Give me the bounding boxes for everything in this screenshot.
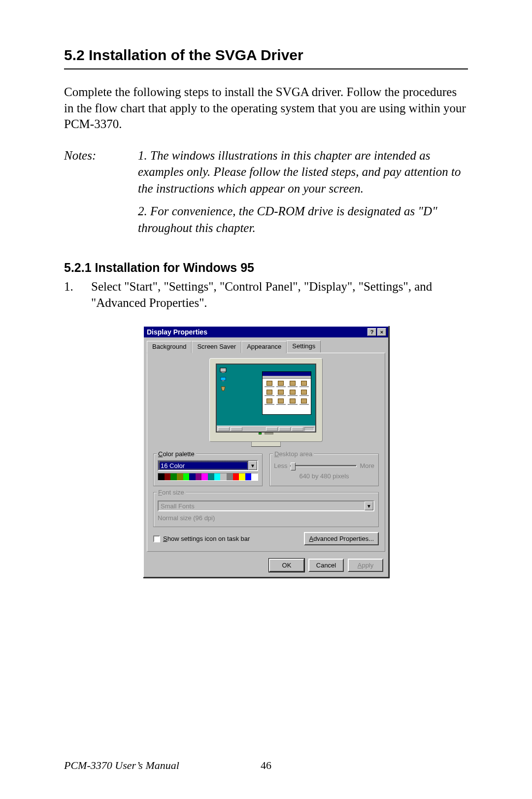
preview-folder-icon xyxy=(276,381,286,388)
desktop-area-more-label: More xyxy=(360,462,374,469)
color-palette-group: Color palette 16 Color ▼ xyxy=(153,454,263,486)
font-size-value: Small Fonts xyxy=(159,501,365,510)
font-size-normal-label: Normal size (96 dpi) xyxy=(158,514,374,522)
tab-background[interactable]: Background xyxy=(147,341,192,353)
palette-swatch xyxy=(189,473,196,480)
close-button[interactable]: × xyxy=(377,328,386,336)
palette-swatch xyxy=(214,473,221,480)
footer-page-number: 46 xyxy=(261,759,271,772)
preview-folder-icon xyxy=(265,390,274,397)
notes-item-2: 2. For convenience, the CD-ROM drive is … xyxy=(138,203,468,236)
font-size-combo: Small Fonts ▼ xyxy=(158,500,374,511)
color-palette-value: 16 Color xyxy=(159,461,248,470)
slider-thumb[interactable] xyxy=(291,463,296,470)
checkbox-box-icon[interactable] xyxy=(153,535,160,542)
step-1-number: 1. xyxy=(64,279,91,311)
help-button[interactable]: ? xyxy=(367,328,376,336)
dialog-title: Display Properties xyxy=(147,328,367,336)
preview-folder-icon xyxy=(299,399,309,405)
font-size-group: Font size Small Fonts ▼ Normal size (96 … xyxy=(153,492,379,527)
font-size-legend: Font size xyxy=(157,489,186,496)
subsection-title: 5.2.1 Installation for Windows 95 xyxy=(64,261,468,275)
svg-rect-3 xyxy=(222,380,224,381)
preview-folder-icon xyxy=(288,381,298,388)
desktop-area-less-label: Less xyxy=(274,462,287,469)
preview-folder-icon xyxy=(276,399,286,405)
show-settings-checkbox[interactable]: Show settings icon on task bar xyxy=(153,535,250,542)
palette-swatch xyxy=(227,473,233,480)
notes-item-1: 1. The windows illustrations in this cha… xyxy=(138,147,468,197)
monitor-led-icon xyxy=(259,433,262,434)
dialog-titlebar[interactable]: Display Properties ? × xyxy=(144,327,388,337)
palette-swatch xyxy=(245,473,252,480)
palette-swatch xyxy=(170,473,177,480)
preview-folder-icon xyxy=(299,381,309,388)
show-settings-label: Show settings icon on task bar xyxy=(163,535,250,542)
svg-rect-1 xyxy=(222,372,225,373)
desktop-area-group: Desktop area Less More 640 by 480 pixels xyxy=(269,454,379,486)
cancel-button[interactable]: Cancel xyxy=(308,559,344,572)
palette-swatch xyxy=(201,473,208,480)
preview-window xyxy=(262,371,311,415)
desktop-recyclebin-icon xyxy=(220,385,227,391)
footer-manual-name: PCM-3370 User’s Manual xyxy=(64,759,179,772)
preview-start-button-icon xyxy=(218,427,230,431)
display-properties-dialog: Display Properties ? × Background Screen… xyxy=(143,326,389,578)
palette-swatch xyxy=(251,473,258,480)
preview-folder-icon xyxy=(265,381,274,388)
palette-swatch xyxy=(239,473,245,480)
preview-folder-icon xyxy=(299,390,309,397)
palette-swatch xyxy=(183,473,190,480)
desktop-mycomputer-icon xyxy=(220,367,227,373)
monitor-preview xyxy=(209,358,323,447)
color-palette-swatches xyxy=(158,473,258,481)
ok-button[interactable]: OK xyxy=(269,559,304,572)
palette-swatch xyxy=(165,473,171,480)
advanced-properties-button[interactable]: Advanced Properties... xyxy=(304,532,379,545)
desktop-area-slider[interactable] xyxy=(290,465,357,467)
palette-swatch xyxy=(158,473,165,480)
preview-folder-icon xyxy=(288,399,298,405)
palette-swatch xyxy=(220,473,227,480)
tab-screensaver[interactable]: Screen Saver xyxy=(192,341,241,353)
chevron-down-icon[interactable]: ▼ xyxy=(248,461,257,470)
tab-strip: Background Screen Saver Appearance Setti… xyxy=(144,337,388,353)
section-rule xyxy=(64,68,468,69)
chevron-down-icon: ▼ xyxy=(365,501,373,510)
intro-paragraph: Complete the following steps to install … xyxy=(64,84,468,133)
svg-rect-0 xyxy=(220,368,226,372)
settings-panel: Color palette 16 Color ▼ Desktop area Le… xyxy=(147,353,385,552)
palette-swatch xyxy=(196,473,202,480)
desktop-network-icon xyxy=(220,376,227,382)
palette-swatch xyxy=(233,473,239,480)
color-palette-legend: Color palette xyxy=(157,450,196,458)
palette-swatch xyxy=(177,473,183,480)
color-palette-combo[interactable]: 16 Color ▼ xyxy=(158,460,258,471)
preview-taskbar xyxy=(217,426,315,432)
tab-settings[interactable]: Settings xyxy=(287,340,321,353)
desktop-area-legend: Desktop area xyxy=(273,450,314,458)
apply-button[interactable]: Apply xyxy=(348,559,383,572)
preview-folder-icon xyxy=(276,390,286,397)
desktop-area-resolution: 640 by 480 pixels xyxy=(274,472,374,480)
notes-label: Notes: xyxy=(64,147,138,197)
svg-rect-2 xyxy=(221,377,226,380)
step-1-text: Select "Start", "Settings", "Control Pan… xyxy=(91,279,468,311)
preview-folder-icon xyxy=(288,390,298,397)
section-title: 5.2 Installation of the SVGA Driver xyxy=(64,47,468,64)
palette-swatch xyxy=(208,473,214,480)
tab-appearance[interactable]: Appearance xyxy=(241,341,287,353)
preview-folder-icon xyxy=(265,399,274,405)
